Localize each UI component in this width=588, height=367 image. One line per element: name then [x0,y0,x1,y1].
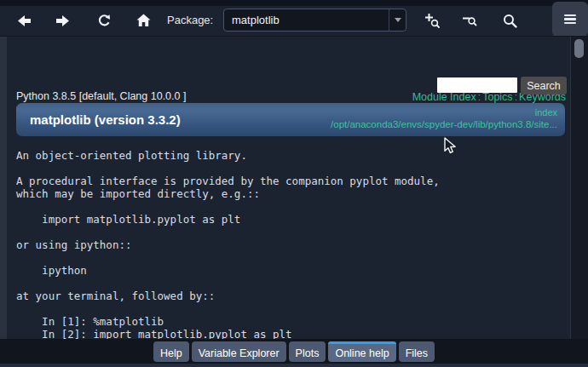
module-docstring: An object-oriented plotting library. A p… [16,149,440,341]
window-bottom-edge [0,364,588,367]
toolbar: Package: [0,6,588,36]
zoom-out-button[interactable] [458,9,481,32]
scrollbar[interactable] [570,37,588,340]
package-input[interactable] [224,14,389,26]
module-index-link[interactable]: Module Index [412,91,476,103]
options-menu-button[interactable] [561,11,579,28]
scrollbar-thumb[interactable] [574,39,584,58]
zoom-in-icon [424,13,440,28]
back-icon [17,14,32,27]
tab-plots[interactable]: Plots [289,341,326,362]
chevron-down-icon [395,18,401,22]
package-combobox[interactable] [223,9,406,32]
online-help-pane: Package: [0,0,588,367]
tab-variable-explorer[interactable]: Variable Explorer [192,341,286,362]
tab-files[interactable]: Files [399,341,435,362]
tab-help[interactable]: Help [153,341,189,362]
pydoc-search-input[interactable] [437,77,517,93]
home-icon [136,14,151,27]
package-label: Package: [167,14,213,26]
help-content-view: Python 3.8.5 [default, Clang 10.0.0 ] ma… [0,36,588,339]
python-version-line: Python 3.8.5 [default, Clang 10.0.0 ] [16,90,186,103]
index-link[interactable]: index [331,106,557,118]
tab-online-help[interactable]: Online help [328,341,395,362]
topics-link[interactable]: Topics [482,91,512,103]
bottom-tab-bar: Help Variable Explorer Plots Online help… [0,339,588,364]
module-header-links: index /opt/anaconda3/envs/spyder-dev/lib… [331,106,557,130]
combobox-dropdown-button[interactable] [389,9,406,31]
module-title: matplotlib (version 3.3.2) [16,112,181,127]
module-header-bar: matplotlib (version 3.3.2) index /opt/an… [16,103,565,136]
home-button[interactable] [132,9,154,32]
forward-icon [55,14,70,27]
forward-button[interactable] [51,9,73,32]
pane-border [0,37,7,340]
hamburger-icon [564,14,576,25]
mouse-cursor-icon [444,137,458,158]
nav-separator: : [513,91,519,103]
zoom-in-button[interactable] [421,9,443,32]
reload-button[interactable] [93,9,115,32]
reload-icon [97,14,112,28]
options-menu-panel [552,2,588,37]
nav-separator: : [476,91,482,103]
module-path-link[interactable]: /opt/anaconda3/envs/spyder-dev/lib/pytho… [331,118,557,130]
find-button[interactable] [499,9,521,32]
search-icon [503,14,517,28]
zoom-out-icon [462,13,477,28]
back-button[interactable] [13,9,35,32]
pydoc-search-button[interactable]: Search [521,77,567,95]
